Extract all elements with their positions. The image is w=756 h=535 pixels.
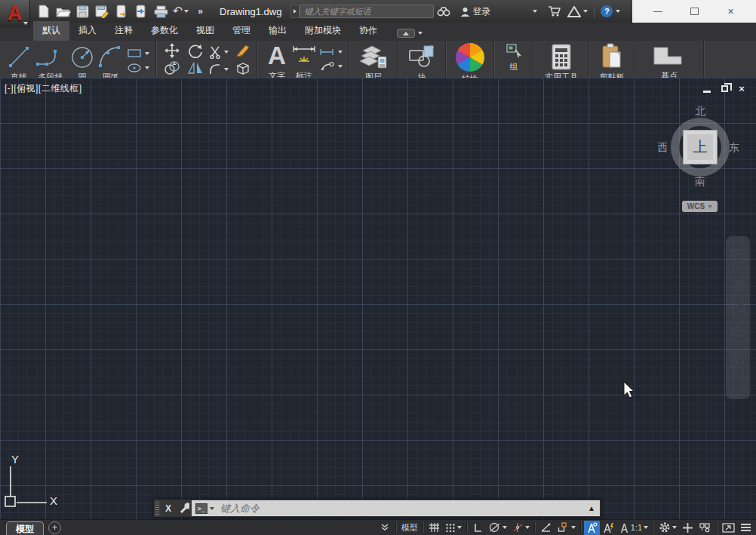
open-from-web-mobile-button[interactable] [113, 3, 131, 20]
dimension-tool[interactable]: 标注 [291, 43, 317, 78]
group-tool[interactable]: 组 [506, 41, 522, 72]
new-layout-button[interactable]: + [48, 521, 61, 534]
snap-mode-toggle[interactable] [443, 521, 464, 535]
quick-calculator-tool[interactable]: 实用工具 [545, 41, 578, 78]
chevron-down-icon[interactable] [736, 317, 740, 320]
tab-annotate[interactable]: 注释 [106, 21, 142, 41]
zoom-button[interactable] [729, 296, 747, 314]
base-view-tool[interactable]: 基点 [650, 41, 689, 78]
circle-tool[interactable]: 圆 [69, 43, 95, 78]
ellipse-tool[interactable] [127, 63, 149, 73]
chevron-down-icon[interactable] [224, 51, 229, 54]
command-line-close-button[interactable]: X [161, 500, 176, 517]
close-button[interactable]: × [720, 4, 742, 19]
recent-commands-icon[interactable]: >_ [195, 503, 207, 514]
wcs-menu[interactable]: WCS [682, 201, 718, 212]
chevron-down-icon[interactable] [571, 526, 576, 529]
viewcube-north[interactable]: 北 [695, 105, 705, 118]
drawing-restore-button[interactable] [719, 83, 730, 94]
viewcube-west[interactable]: 西 [657, 141, 668, 155]
layout-overflow-button[interactable] [381, 524, 389, 531]
save-to-web-mobile-button[interactable] [133, 3, 150, 20]
signin-dropdown-icon[interactable] [533, 10, 537, 13]
chevron-down-icon[interactable] [184, 10, 189, 13]
tab-insert[interactable]: 插入 [69, 21, 106, 41]
chevron-down-icon[interactable] [457, 526, 462, 529]
layer-properties-tool[interactable]: 图层 [358, 41, 389, 78]
chevron-down-icon[interactable] [145, 66, 149, 69]
ortho-mode-toggle[interactable] [470, 521, 485, 535]
clean-screen-button[interactable] [720, 521, 737, 535]
a360-button[interactable] [564, 3, 591, 20]
isometric-drafting-toggle[interactable] [510, 521, 532, 535]
open-file-button[interactable] [54, 3, 72, 20]
line-tool[interactable]: 直线 [6, 43, 32, 78]
pan-button[interactable] [730, 275, 746, 291]
save-button[interactable] [74, 3, 91, 20]
explode-tool[interactable] [235, 61, 250, 78]
tab-collaborate[interactable]: 协作 [350, 21, 386, 41]
isolate-objects-button[interactable] [696, 521, 714, 535]
annotation-visibility-toggle[interactable] [584, 521, 600, 535]
command-input-zone[interactable]: >_ ▲ [192, 500, 600, 516]
maximize-button[interactable] [683, 4, 705, 19]
drawing-close-button[interactable]: × [736, 83, 747, 94]
print-button[interactable] [152, 3, 170, 20]
signin-button[interactable]: 登录 [456, 3, 493, 20]
minimize-button[interactable] [647, 4, 669, 19]
viewcube-east[interactable]: 东 [729, 141, 739, 155]
navigation-wheel-button[interactable] [729, 248, 747, 266]
chevron-down-icon[interactable] [736, 269, 740, 272]
polyline-tool[interactable]: 多段线 [35, 43, 66, 78]
viewcube-south[interactable]: 南 [695, 175, 705, 189]
drawing-minimize-button[interactable] [702, 83, 712, 94]
navbar-close-icon[interactable]: × [744, 239, 748, 245]
search-expand-button[interactable] [290, 5, 300, 18]
navbar-customize-icon[interactable]: – [741, 389, 748, 396]
linear-dimension-tool[interactable] [318, 48, 343, 57]
tab-manage[interactable]: 管理 [223, 21, 260, 41]
search-button[interactable] [434, 3, 453, 20]
tab-output[interactable]: 输出 [260, 21, 296, 41]
customize-button[interactable] [738, 521, 754, 535]
chevron-down-icon[interactable] [616, 10, 620, 13]
mirror-tool[interactable] [187, 61, 204, 77]
chevron-down-icon[interactable] [338, 65, 343, 68]
chevron-down-icon[interactable] [338, 51, 343, 54]
paste-tool[interactable]: 剪贴板 [599, 41, 625, 78]
leader-tool[interactable] [318, 61, 343, 72]
viewport-controls[interactable]: [-][俯视][二维线框] [5, 82, 82, 95]
tab-parametric[interactable]: 参数化 [142, 21, 187, 41]
search-input[interactable] [300, 5, 434, 18]
object-snap-toggle[interactable] [555, 521, 578, 535]
chevron-down-icon[interactable] [672, 526, 677, 529]
orbit-button[interactable] [729, 323, 747, 341]
undo-button[interactable]: ↶ [172, 3, 189, 20]
chevron-down-icon[interactable] [418, 32, 423, 35]
workspace-switching-button[interactable] [656, 521, 679, 535]
fillet-tool[interactable] [209, 63, 229, 75]
erase-tool[interactable] [234, 43, 250, 60]
save-as-button[interactable] [94, 3, 111, 20]
chevron-down-icon[interactable] [224, 68, 229, 71]
object-snap-tracking-toggle[interactable] [538, 521, 554, 535]
chevron-down-icon[interactable] [736, 344, 740, 347]
ribbon-collapse-button[interactable] [397, 29, 415, 38]
trim-tool[interactable] [209, 45, 229, 59]
tab-default[interactable]: 默认 [33, 21, 69, 41]
tab-view[interactable]: 视图 [187, 21, 223, 41]
annotation-scale-button[interactable]: 1:1 [617, 521, 650, 535]
model-space-toggle[interactable]: 模型 [399, 521, 420, 535]
chevron-down-icon[interactable] [502, 526, 507, 529]
qat-more-button[interactable]: » [192, 3, 209, 20]
rectangle-tool[interactable] [127, 48, 149, 58]
move-tool[interactable] [164, 43, 180, 60]
insert-block-tool[interactable]: 块 [406, 41, 438, 78]
annotation-monitor-button[interactable] [680, 521, 696, 535]
application-menu-button[interactable]: A [0, 0, 30, 28]
text-tool[interactable]: A 文字 [264, 43, 290, 78]
copy-tool[interactable] [164, 61, 180, 77]
command-line-customize-button[interactable] [176, 500, 191, 517]
viewcube-top-face[interactable]: 上 [683, 130, 718, 164]
grid-display-toggle[interactable] [426, 521, 442, 535]
